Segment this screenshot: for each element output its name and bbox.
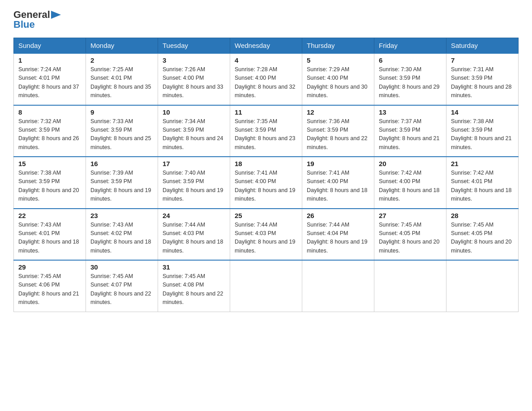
calendar-cell: 11 Sunrise: 7:35 AMSunset: 3:59 PMDaylig…: [230, 105, 302, 157]
calendar-cell: 14 Sunrise: 7:38 AMSunset: 3:59 PMDaylig…: [446, 105, 519, 157]
day-number: 10: [163, 108, 225, 116]
calendar-cell: 10 Sunrise: 7:34 AMSunset: 3:59 PMDaylig…: [158, 105, 230, 157]
day-info: Sunrise: 7:45 AMSunset: 4:05 PMDaylight:…: [379, 221, 442, 256]
day-info: Sunrise: 7:37 AMSunset: 3:59 PMDaylight:…: [379, 117, 442, 152]
day-number: 6: [379, 56, 442, 64]
day-info: Sunrise: 7:31 AMSunset: 3:59 PMDaylight:…: [451, 65, 514, 100]
day-number: 17: [163, 160, 225, 167]
calendar-cell: 29 Sunrise: 7:45 AMSunset: 4:06 PMDaylig…: [14, 260, 86, 312]
day-info: Sunrise: 7:43 AMSunset: 4:01 PMDaylight:…: [18, 221, 81, 256]
calendar-cell: [446, 260, 519, 312]
calendar-cell: 18 Sunrise: 7:41 AMSunset: 4:00 PMDaylig…: [230, 157, 302, 209]
day-info: Sunrise: 7:38 AMSunset: 3:59 PMDaylight:…: [451, 117, 514, 152]
day-number: 31: [163, 263, 225, 271]
day-info: Sunrise: 7:33 AMSunset: 3:59 PMDaylight:…: [90, 117, 153, 152]
day-number: 1: [18, 56, 81, 64]
day-info: Sunrise: 7:29 AMSunset: 4:00 PMDaylight:…: [307, 65, 369, 100]
day-info: Sunrise: 7:30 AMSunset: 3:59 PMDaylight:…: [379, 65, 442, 100]
weekday-header-row: SundayMondayTuesdayWednesdayThursdayFrid…: [14, 38, 519, 54]
calendar-cell: 19 Sunrise: 7:41 AMSunset: 4:00 PMDaylig…: [302, 157, 374, 209]
week-row-3: 15 Sunrise: 7:38 AMSunset: 3:59 PMDaylig…: [14, 157, 519, 209]
day-number: 27: [379, 212, 442, 219]
day-number: 23: [90, 212, 153, 219]
logo-flag-icon: [51, 11, 61, 19]
logo: General Blue: [13, 9, 61, 30]
calendar-cell: [230, 260, 302, 312]
calendar-cell: 25 Sunrise: 7:44 AMSunset: 4:03 PMDaylig…: [230, 209, 302, 261]
calendar-cell: 30 Sunrise: 7:45 AMSunset: 4:07 PMDaylig…: [86, 260, 158, 312]
day-number: 9: [90, 108, 153, 116]
day-info: Sunrise: 7:44 AMSunset: 4:03 PMDaylight:…: [235, 221, 297, 256]
calendar-cell: 7 Sunrise: 7:31 AMSunset: 3:59 PMDayligh…: [446, 53, 519, 105]
header: General Blue: [13, 9, 519, 30]
day-info: Sunrise: 7:26 AMSunset: 4:00 PMDaylight:…: [163, 65, 225, 100]
day-number: 15: [18, 160, 81, 167]
calendar-cell: 15 Sunrise: 7:38 AMSunset: 3:59 PMDaylig…: [14, 157, 86, 209]
weekday-header-saturday: Saturday: [446, 38, 519, 54]
day-info: Sunrise: 7:32 AMSunset: 3:59 PMDaylight:…: [18, 117, 81, 152]
day-number: 2: [90, 56, 153, 64]
day-info: Sunrise: 7:35 AMSunset: 3:59 PMDaylight:…: [235, 117, 297, 152]
logo-text-blue: Blue: [13, 19, 35, 30]
week-row-2: 8 Sunrise: 7:32 AMSunset: 3:59 PMDayligh…: [14, 105, 519, 157]
calendar-cell: 20 Sunrise: 7:42 AMSunset: 4:00 PMDaylig…: [374, 157, 446, 209]
weekday-header-thursday: Thursday: [302, 38, 374, 54]
day-number: 24: [163, 212, 225, 219]
day-info: Sunrise: 7:42 AMSunset: 4:00 PMDaylight:…: [379, 169, 442, 204]
day-number: 5: [307, 56, 369, 64]
day-info: Sunrise: 7:39 AMSunset: 3:59 PMDaylight:…: [90, 169, 153, 204]
day-info: Sunrise: 7:28 AMSunset: 4:00 PMDaylight:…: [235, 65, 297, 100]
weekday-header-monday: Monday: [86, 38, 158, 54]
day-number: 26: [307, 212, 369, 219]
calendar-cell: 4 Sunrise: 7:28 AMSunset: 4:00 PMDayligh…: [230, 53, 302, 105]
calendar-cell: 8 Sunrise: 7:32 AMSunset: 3:59 PMDayligh…: [14, 105, 86, 157]
calendar-cell: 17 Sunrise: 7:40 AMSunset: 3:59 PMDaylig…: [158, 157, 230, 209]
calendar-cell: [302, 260, 374, 312]
day-number: 28: [451, 212, 514, 219]
day-info: Sunrise: 7:43 AMSunset: 4:02 PMDaylight:…: [90, 221, 153, 256]
day-info: Sunrise: 7:36 AMSunset: 3:59 PMDaylight:…: [307, 117, 369, 152]
calendar-cell: 1 Sunrise: 7:24 AMSunset: 4:01 PMDayligh…: [14, 53, 86, 105]
calendar-cell: 9 Sunrise: 7:33 AMSunset: 3:59 PMDayligh…: [86, 105, 158, 157]
day-info: Sunrise: 7:42 AMSunset: 4:01 PMDaylight:…: [451, 169, 514, 204]
svg-marker-0: [51, 11, 61, 19]
calendar-cell: 26 Sunrise: 7:44 AMSunset: 4:04 PMDaylig…: [302, 209, 374, 261]
calendar-cell: 22 Sunrise: 7:43 AMSunset: 4:01 PMDaylig…: [14, 209, 86, 261]
calendar-cell: 12 Sunrise: 7:36 AMSunset: 3:59 PMDaylig…: [302, 105, 374, 157]
weekday-header-wednesday: Wednesday: [230, 38, 302, 54]
day-number: 7: [451, 56, 514, 64]
day-info: Sunrise: 7:45 AMSunset: 4:05 PMDaylight:…: [451, 221, 514, 256]
day-info: Sunrise: 7:45 AMSunset: 4:08 PMDaylight:…: [163, 272, 225, 307]
calendar-cell: 6 Sunrise: 7:30 AMSunset: 3:59 PMDayligh…: [374, 53, 446, 105]
week-row-5: 29 Sunrise: 7:45 AMSunset: 4:06 PMDaylig…: [14, 260, 519, 312]
calendar-cell: 3 Sunrise: 7:26 AMSunset: 4:00 PMDayligh…: [158, 53, 230, 105]
day-info: Sunrise: 7:41 AMSunset: 4:00 PMDaylight:…: [235, 169, 297, 204]
calendar-cell: 2 Sunrise: 7:25 AMSunset: 4:01 PMDayligh…: [86, 53, 158, 105]
day-number: 30: [90, 263, 153, 271]
day-number: 22: [18, 212, 81, 219]
weekday-header-sunday: Sunday: [14, 38, 86, 54]
day-info: Sunrise: 7:45 AMSunset: 4:06 PMDaylight:…: [18, 272, 81, 307]
calendar-cell: 21 Sunrise: 7:42 AMSunset: 4:01 PMDaylig…: [446, 157, 519, 209]
day-info: Sunrise: 7:40 AMSunset: 3:59 PMDaylight:…: [163, 169, 225, 204]
day-number: 25: [235, 212, 297, 219]
calendar-cell: 31 Sunrise: 7:45 AMSunset: 4:08 PMDaylig…: [158, 260, 230, 312]
calendar-cell: 23 Sunrise: 7:43 AMSunset: 4:02 PMDaylig…: [86, 209, 158, 261]
calendar-cell: 27 Sunrise: 7:45 AMSunset: 4:05 PMDaylig…: [374, 209, 446, 261]
day-info: Sunrise: 7:38 AMSunset: 3:59 PMDaylight:…: [18, 169, 81, 204]
week-row-4: 22 Sunrise: 7:43 AMSunset: 4:01 PMDaylig…: [14, 209, 519, 261]
weekday-header-tuesday: Tuesday: [158, 38, 230, 54]
day-number: 16: [90, 160, 153, 167]
day-info: Sunrise: 7:25 AMSunset: 4:01 PMDaylight:…: [90, 65, 153, 100]
day-number: 18: [235, 160, 297, 167]
day-info: Sunrise: 7:44 AMSunset: 4:03 PMDaylight:…: [163, 221, 225, 256]
day-number: 4: [235, 56, 297, 64]
day-info: Sunrise: 7:34 AMSunset: 3:59 PMDaylight:…: [163, 117, 225, 152]
week-row-1: 1 Sunrise: 7:24 AMSunset: 4:01 PMDayligh…: [14, 53, 519, 105]
calendar-cell: 24 Sunrise: 7:44 AMSunset: 4:03 PMDaylig…: [158, 209, 230, 261]
weekday-header-friday: Friday: [374, 38, 446, 54]
day-number: 14: [451, 108, 514, 116]
day-number: 13: [379, 108, 442, 116]
day-number: 20: [379, 160, 442, 167]
day-number: 21: [451, 160, 514, 167]
